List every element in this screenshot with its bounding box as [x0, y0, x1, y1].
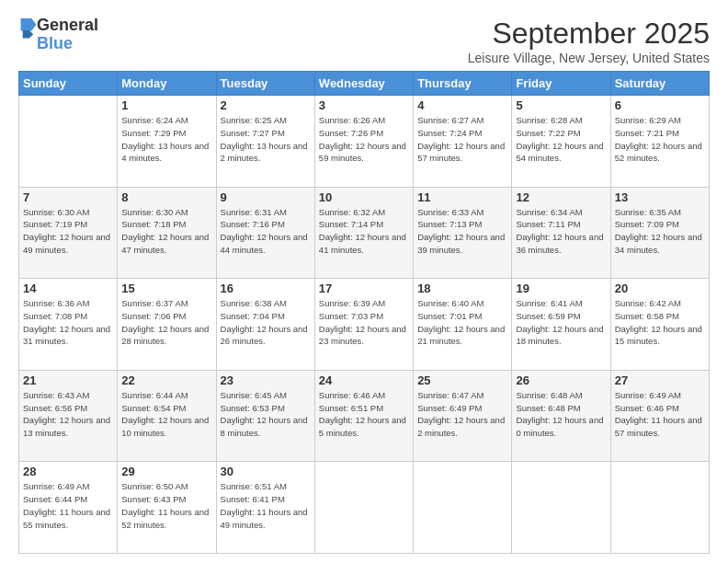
- sunrise-text: Sunrise: 6:36 AM: [23, 297, 113, 310]
- daylight-text: Daylight: 12 hours and 57 minutes.: [417, 140, 507, 166]
- day-detail: Sunrise: 6:24 AMSunset: 7:29 PMDaylight:…: [121, 114, 211, 165]
- calendar-cell: [414, 462, 512, 554]
- daylight-text: Daylight: 12 hours and 23 minutes.: [319, 323, 409, 349]
- sunset-text: Sunset: 6:54 PM: [121, 402, 211, 415]
- sunset-text: Sunset: 7:29 PM: [121, 127, 211, 140]
- daylight-text: Daylight: 12 hours and 31 minutes.: [23, 323, 113, 349]
- sunrise-text: Sunrise: 6:45 AM: [221, 389, 311, 402]
- logo-icon: [20, 18, 37, 39]
- sunrise-text: Sunrise: 6:44 AM: [121, 389, 211, 402]
- day-number: 16: [221, 282, 311, 295]
- calendar-cell: 5Sunrise: 6:28 AMSunset: 7:22 PMDaylight…: [512, 96, 610, 188]
- daylight-text: Daylight: 12 hours and 15 minutes.: [615, 323, 705, 349]
- sunrise-text: Sunrise: 6:49 AM: [23, 480, 113, 493]
- page: General Blue September 2025 Leisure Vill…: [0, 0, 728, 563]
- daylight-text: Daylight: 12 hours and 41 minutes.: [319, 231, 409, 257]
- day-detail: Sunrise: 6:39 AMSunset: 7:03 PMDaylight:…: [319, 297, 409, 348]
- col-wednesday: Wednesday: [314, 72, 413, 96]
- calendar-cell: 15Sunrise: 6:37 AMSunset: 7:06 PMDayligh…: [118, 279, 216, 371]
- sunset-text: Sunset: 7:19 PM: [23, 218, 113, 231]
- sunset-text: Sunset: 7:13 PM: [417, 218, 507, 231]
- day-detail: Sunrise: 6:51 AMSunset: 6:41 PMDaylight:…: [221, 480, 311, 531]
- sunrise-text: Sunrise: 6:26 AM: [319, 114, 409, 127]
- calendar-cell: [610, 462, 709, 554]
- logo: General Blue: [18, 17, 98, 53]
- day-detail: Sunrise: 6:50 AMSunset: 6:43 PMDaylight:…: [121, 480, 211, 531]
- day-number: 24: [319, 373, 409, 387]
- header: General Blue September 2025 Leisure Vill…: [18, 17, 710, 65]
- sunset-text: Sunset: 6:56 PM: [23, 402, 113, 415]
- calendar-cell: 22Sunrise: 6:44 AMSunset: 6:54 PMDayligh…: [118, 370, 216, 462]
- day-detail: Sunrise: 6:32 AMSunset: 7:14 PMDaylight:…: [319, 206, 409, 257]
- day-number: 9: [221, 190, 311, 204]
- daylight-text: Daylight: 12 hours and 13 minutes.: [23, 414, 113, 440]
- calendar-cell: 3Sunrise: 6:26 AMSunset: 7:26 PMDaylight…: [314, 96, 413, 188]
- sunrise-text: Sunrise: 6:43 AM: [23, 389, 113, 402]
- sunrise-text: Sunrise: 6:34 AM: [516, 206, 606, 219]
- calendar-cell: 20Sunrise: 6:42 AMSunset: 6:58 PMDayligh…: [610, 279, 709, 371]
- day-detail: Sunrise: 6:34 AMSunset: 7:11 PMDaylight:…: [516, 206, 606, 257]
- sunrise-text: Sunrise: 6:30 AM: [23, 206, 113, 219]
- day-detail: Sunrise: 6:25 AMSunset: 7:27 PMDaylight:…: [221, 114, 311, 165]
- day-detail: Sunrise: 6:40 AMSunset: 7:01 PMDaylight:…: [417, 297, 507, 348]
- location: Leisure Village, New Jersey, United Stat…: [468, 51, 710, 65]
- calendar-cell: [314, 462, 413, 554]
- col-thursday: Thursday: [414, 72, 512, 96]
- svg-marker-1: [23, 30, 34, 39]
- day-number: 7: [23, 190, 113, 204]
- sunrise-text: Sunrise: 6:29 AM: [615, 114, 705, 127]
- calendar-cell: 13Sunrise: 6:35 AMSunset: 7:09 PMDayligh…: [610, 187, 709, 279]
- day-detail: Sunrise: 6:36 AMSunset: 7:08 PMDaylight:…: [23, 297, 113, 348]
- calendar-week-1: 1Sunrise: 6:24 AMSunset: 7:29 PMDaylight…: [19, 96, 710, 188]
- sunset-text: Sunset: 6:48 PM: [516, 402, 606, 415]
- daylight-text: Daylight: 12 hours and 49 minutes.: [23, 231, 113, 257]
- sunrise-text: Sunrise: 6:28 AM: [516, 114, 606, 127]
- day-number: 28: [23, 465, 113, 478]
- day-number: 20: [615, 282, 705, 295]
- sunset-text: Sunset: 6:44 PM: [23, 493, 113, 506]
- sunrise-text: Sunrise: 6:35 AM: [615, 206, 705, 219]
- sunset-text: Sunset: 6:53 PM: [221, 402, 311, 415]
- sunset-text: Sunset: 7:11 PM: [516, 218, 606, 231]
- day-detail: Sunrise: 6:38 AMSunset: 7:04 PMDaylight:…: [221, 297, 311, 348]
- day-detail: Sunrise: 6:42 AMSunset: 6:58 PMDaylight:…: [615, 297, 705, 348]
- sunrise-text: Sunrise: 6:48 AM: [516, 389, 606, 402]
- calendar-cell: 26Sunrise: 6:48 AMSunset: 6:48 PMDayligh…: [512, 370, 610, 462]
- day-number: 19: [516, 282, 606, 295]
- calendar-cell: 28Sunrise: 6:49 AMSunset: 6:44 PMDayligh…: [19, 462, 118, 554]
- day-number: 6: [615, 98, 705, 112]
- day-number: 23: [221, 373, 311, 387]
- daylight-text: Daylight: 11 hours and 55 minutes.: [23, 506, 113, 532]
- calendar-cell: 23Sunrise: 6:45 AMSunset: 6:53 PMDayligh…: [216, 370, 314, 462]
- daylight-text: Daylight: 11 hours and 57 minutes.: [615, 414, 705, 440]
- calendar-week-5: 28Sunrise: 6:49 AMSunset: 6:44 PMDayligh…: [19, 462, 710, 554]
- day-detail: Sunrise: 6:49 AMSunset: 6:46 PMDaylight:…: [615, 389, 705, 440]
- sunrise-text: Sunrise: 6:46 AM: [319, 389, 409, 402]
- sunset-text: Sunset: 7:03 PM: [319, 310, 409, 323]
- day-number: 17: [319, 282, 409, 295]
- sunset-text: Sunset: 7:21 PM: [615, 127, 705, 140]
- daylight-text: Daylight: 12 hours and 52 minutes.: [615, 140, 705, 166]
- daylight-text: Daylight: 12 hours and 0 minutes.: [516, 414, 606, 440]
- day-detail: Sunrise: 6:44 AMSunset: 6:54 PMDaylight:…: [121, 389, 211, 440]
- col-monday: Monday: [118, 72, 216, 96]
- sunset-text: Sunset: 6:59 PM: [516, 310, 606, 323]
- daylight-text: Daylight: 11 hours and 49 minutes.: [221, 506, 311, 532]
- calendar-cell: 18Sunrise: 6:40 AMSunset: 7:01 PMDayligh…: [414, 279, 512, 371]
- sunrise-text: Sunrise: 6:39 AM: [319, 297, 409, 310]
- sunset-text: Sunset: 6:49 PM: [417, 402, 507, 415]
- daylight-text: Daylight: 12 hours and 59 minutes.: [319, 140, 409, 166]
- day-number: 22: [121, 373, 211, 387]
- day-number: 14: [23, 282, 113, 295]
- header-row: Sunday Monday Tuesday Wednesday Thursday…: [19, 72, 710, 96]
- day-number: 26: [516, 373, 606, 387]
- calendar-cell: 9Sunrise: 6:31 AMSunset: 7:16 PMDaylight…: [216, 187, 314, 279]
- sunrise-text: Sunrise: 6:30 AM: [121, 206, 211, 219]
- col-friday: Friday: [512, 72, 610, 96]
- daylight-text: Daylight: 12 hours and 2 minutes.: [417, 414, 507, 440]
- sunrise-text: Sunrise: 6:51 AM: [221, 480, 311, 493]
- sunset-text: Sunset: 6:51 PM: [319, 402, 409, 415]
- sunset-text: Sunset: 7:26 PM: [319, 127, 409, 140]
- daylight-text: Daylight: 12 hours and 28 minutes.: [121, 323, 211, 349]
- sunset-text: Sunset: 7:01 PM: [417, 310, 507, 323]
